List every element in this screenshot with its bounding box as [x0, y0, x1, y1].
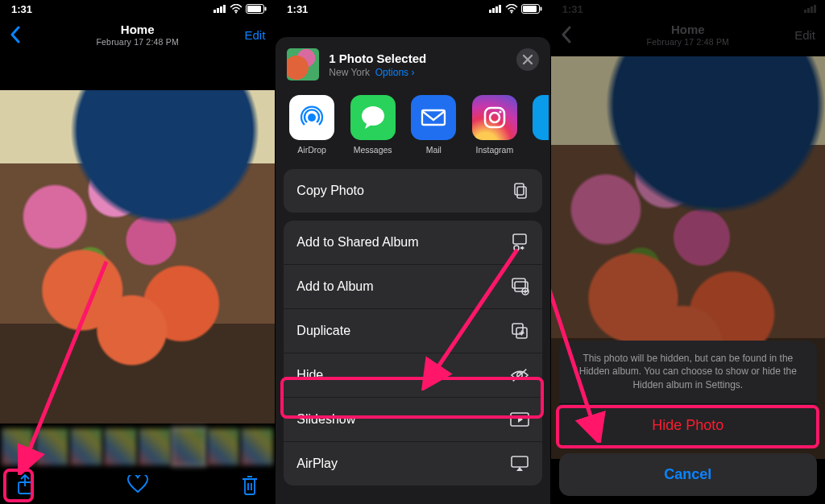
duplicate-icon — [510, 321, 529, 341]
svg-point-19 — [514, 246, 519, 250]
action-label: Add to Shared Album — [296, 235, 418, 250]
action-sheet: This photo will be hidden, but can be fo… — [559, 341, 817, 496]
bottom-toolbar — [0, 465, 275, 504]
thumbnail-selected[interactable] — [172, 428, 205, 465]
action-add-shared-album[interactable]: Add to Shared Album — [284, 221, 541, 265]
confirm-message: This photo will be hidden, but can be fo… — [559, 341, 817, 403]
nav-bar: Home February 17 2:48 PM Edit — [0, 18, 275, 52]
svg-rect-9 — [540, 7, 541, 11]
app-messages[interactable]: Messages — [350, 95, 396, 155]
thumbnail[interactable] — [70, 428, 102, 465]
app-label: Messages — [350, 145, 396, 155]
action-duplicate[interactable]: Duplicate — [284, 309, 541, 353]
close-button[interactable] — [516, 48, 539, 71]
app-more-peek[interactable] — [533, 95, 549, 155]
edit-button[interactable]: Edit — [794, 28, 815, 42]
action-copy-photo[interactable]: Copy Photo — [284, 169, 541, 213]
back-button[interactable] — [10, 26, 21, 43]
share-title: 1 Photo Selected — [329, 52, 426, 65]
slideshow-icon — [510, 410, 529, 429]
app-mail[interactable]: Mail — [410, 95, 457, 155]
edit-button[interactable]: Edit — [244, 28, 265, 42]
app-extra-icon — [533, 95, 549, 140]
svg-rect-13 — [485, 108, 504, 127]
airdrop-icon — [289, 95, 334, 140]
favorite-button[interactable] — [127, 474, 148, 495]
app-instagram[interactable]: Instagram — [471, 95, 518, 155]
clock: 1:31 — [11, 3, 32, 15]
status-bar: 1:31 — [0, 0, 275, 16]
app-label: Mail — [410, 145, 457, 155]
svg-rect-12 — [422, 110, 445, 125]
share-sheet-header: 1 Photo Selected New York Options › — [276, 37, 549, 90]
thumbnail[interactable] — [104, 428, 136, 465]
photo-content — [0, 90, 275, 423]
page-subtitle: February 17 2:48 PM — [0, 37, 275, 47]
selected-photo-thumb — [287, 48, 319, 81]
messages-icon — [350, 95, 396, 140]
share-button[interactable] — [15, 474, 35, 495]
svg-point-10 — [308, 114, 316, 122]
thumbnail[interactable] — [35, 428, 68, 465]
clock: 1:31 — [287, 3, 308, 15]
photo-viewer[interactable] — [0, 90, 275, 423]
panel-share-sheet: 1:31 1 Photo Selected New York Options › — [275, 0, 549, 504]
options-link[interactable]: Options › — [375, 67, 415, 78]
delete-button[interactable] — [239, 474, 260, 495]
add-album-icon — [510, 277, 529, 296]
svg-rect-29 — [512, 456, 528, 467]
mail-icon — [411, 95, 456, 140]
app-airdrop[interactable]: AirDrop — [288, 95, 335, 155]
share-apps-row[interactable]: AirDrop Messages Mail Instagram — [276, 90, 549, 169]
back-button[interactable] — [561, 26, 572, 43]
action-airplay[interactable]: AirPlay — [284, 442, 541, 485]
action-add-album[interactable]: Add to Album — [284, 265, 541, 309]
action-label: Slideshow — [296, 412, 355, 427]
instagram-icon — [472, 95, 517, 140]
app-label: Instagram — [471, 145, 518, 155]
action-group-2: Add to Shared Album Add to Album Duplica… — [284, 221, 541, 485]
svg-point-15 — [499, 110, 501, 113]
svg-point-11 — [362, 106, 384, 126]
clock: 1:31 — [562, 3, 583, 15]
battery-icon — [246, 4, 267, 14]
share-location: New York — [329, 67, 370, 78]
share-subtitle: New York Options › — [329, 67, 426, 78]
shared-album-icon — [510, 233, 529, 252]
nav-bar: Home February 17 2:48 PM Edit — [551, 18, 825, 52]
battery-icon — [521, 4, 542, 14]
status-right — [489, 4, 542, 14]
svg-rect-16 — [515, 184, 524, 195]
svg-rect-18 — [513, 234, 526, 244]
thumbnail[interactable] — [241, 428, 273, 465]
action-label: Add to Album — [296, 279, 373, 294]
svg-rect-17 — [517, 187, 526, 198]
wifi-icon — [505, 4, 518, 14]
copy-icon — [510, 181, 529, 200]
action-label: Copy Photo — [296, 184, 364, 198]
page-title: Home — [551, 23, 825, 35]
svg-rect-3 — [265, 7, 267, 11]
thumbnail[interactable] — [207, 428, 239, 465]
page-title: Home — [0, 23, 275, 35]
action-slideshow[interactable]: Slideshow — [284, 398, 541, 442]
cancel-button[interactable]: Cancel — [559, 453, 817, 496]
action-hide[interactable]: Hide — [284, 353, 541, 398]
action-group-1: Copy Photo — [284, 169, 541, 213]
cell-signal-icon — [214, 5, 226, 13]
status-right — [214, 4, 267, 14]
action-label: Hide — [296, 368, 323, 382]
hide-photo-button[interactable]: Hide Photo — [559, 403, 817, 447]
app-label: AirDrop — [288, 145, 335, 155]
thumbnail[interactable] — [2, 428, 34, 465]
action-label: AirPlay — [296, 456, 338, 471]
wifi-icon — [230, 4, 243, 14]
status-bar: 1:31 — [276, 0, 549, 16]
svg-rect-2 — [247, 6, 261, 12]
thumbnail-strip[interactable] — [0, 428, 275, 465]
thumbnail[interactable] — [139, 428, 171, 465]
panel-hide-confirm: 1:31 Home February 17 2:48 PM Edit This … — [550, 0, 825, 504]
cell-signal-icon — [489, 5, 502, 13]
airplay-icon — [510, 454, 529, 473]
status-bar: 1:31 — [551, 0, 825, 16]
